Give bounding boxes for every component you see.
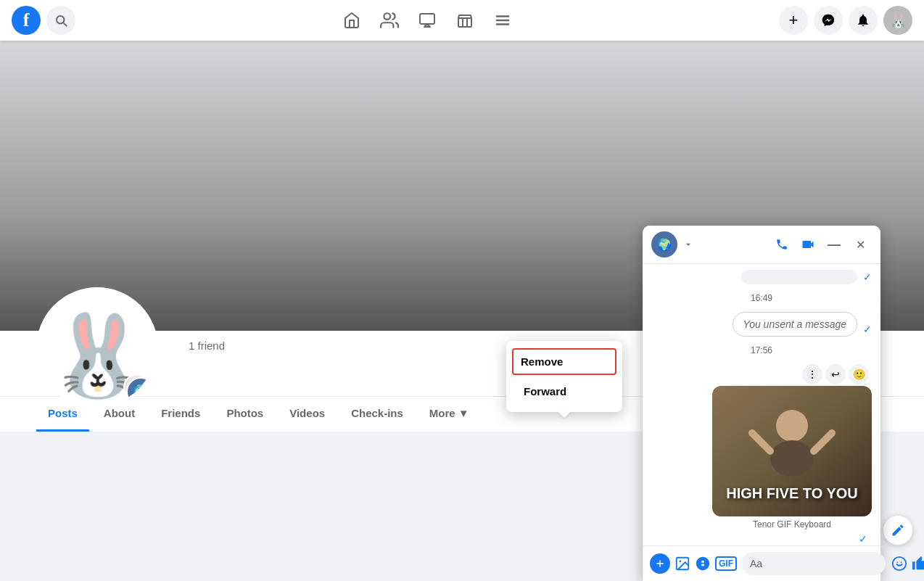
- tab-videos[interactable]: Videos: [278, 397, 337, 432]
- messenger-button[interactable]: [814, 6, 843, 35]
- close-icon: ✕: [856, 238, 865, 252]
- forward-menu-item[interactable]: Forward: [512, 378, 616, 405]
- notifications-button[interactable]: [849, 6, 878, 35]
- svg-point-2: [384, 13, 390, 20]
- chat-header-actions: — ✕: [770, 233, 872, 256]
- remove-menu-item[interactable]: Remove: [512, 348, 616, 375]
- timestamp-2: 17:56: [651, 345, 872, 355]
- svg-point-15: [679, 560, 681, 562]
- svg-point-11: [770, 440, 814, 477]
- friends-nav-button[interactable]: [372, 3, 407, 38]
- gif-label: Tenor GIF Keyboard: [712, 516, 872, 532]
- context-menu: Remove Forward: [506, 341, 622, 412]
- unsent-message-wrap: You unsent a message ✓: [651, 312, 872, 337]
- gif-image: HIGH FIVE TO YOU: [712, 386, 872, 516]
- friend-avatar[interactable]: 🌍: [126, 377, 155, 406]
- minimize-icon: —: [828, 237, 841, 252]
- image-button[interactable]: [675, 552, 690, 575]
- compose-icon: [891, 523, 905, 537]
- gif-label-btn: GIF: [715, 556, 737, 571]
- message-bubble: [741, 270, 857, 284]
- top-navigation: f: [0, 0, 924, 41]
- svg-point-18: [901, 561, 902, 563]
- nav-right: + 🐰: [779, 6, 912, 35]
- unsent-message: You unsent a message: [733, 312, 857, 337]
- tab-checkins[interactable]: Check-ins: [339, 397, 415, 432]
- gif-button[interactable]: GIF: [715, 552, 737, 575]
- chat-video-button[interactable]: [796, 233, 820, 256]
- sticker-button[interactable]: [695, 552, 711, 575]
- like-button[interactable]: [912, 552, 924, 575]
- chat-popup: 🌍 — ✕: [643, 226, 880, 581]
- add-icon: [650, 553, 670, 574]
- gif-message: HIGH FIVE TO YOU Tenor GIF Keyboard ✓: [712, 386, 872, 545]
- unsent-check: ✓: [863, 324, 872, 335]
- friend-count: 1 friend: [189, 339, 225, 352]
- marketplace-nav-button[interactable]: [447, 3, 482, 38]
- chat-minimize-button[interactable]: —: [822, 233, 846, 256]
- chat-header: 🌍 — ✕: [643, 226, 880, 264]
- reply-button[interactable]: ↩: [825, 364, 846, 384]
- timestamp-1: 16:49: [651, 293, 872, 303]
- chat-contact-avatar[interactable]: 🌍: [651, 231, 677, 257]
- new-message-button[interactable]: [883, 516, 912, 545]
- chat-messages[interactable]: ✓ 16:49 You unsent a message ✓ 17:56 ⋮ ↩…: [643, 264, 880, 545]
- message-actions: ⋮ ↩ 🙂: [802, 364, 869, 384]
- add-button[interactable]: +: [779, 6, 808, 35]
- svg-point-17: [896, 561, 898, 563]
- chat-header-left: 🌍: [651, 231, 693, 257]
- menu-nav-button[interactable]: [485, 3, 520, 38]
- home-nav-button[interactable]: [334, 3, 369, 38]
- svg-point-10: [776, 410, 808, 442]
- svg-rect-5: [458, 18, 471, 27]
- react-button[interactable]: 🙂: [849, 364, 869, 384]
- user-avatar[interactable]: 🐰: [883, 6, 912, 35]
- emoji-button[interactable]: [891, 552, 907, 575]
- tab-photos[interactable]: Photos: [215, 397, 275, 432]
- nav-left: f: [12, 6, 75, 35]
- add-attachment-button[interactable]: [650, 552, 670, 575]
- chat-input-row: GIF: [643, 545, 880, 581]
- more-actions-button[interactable]: ⋮: [802, 364, 822, 384]
- message-check: ✓: [863, 271, 872, 283]
- gif-message-section: ⋮ ↩ 🙂: [651, 364, 872, 545]
- facebook-logo[interactable]: f: [12, 6, 41, 35]
- chat-close-button[interactable]: ✕: [849, 233, 872, 256]
- profile-avatar[interactable]: 🐰 📷 🌍: [36, 287, 158, 409]
- tab-friends[interactable]: Friends: [149, 397, 212, 432]
- gif-check: ✓: [859, 533, 867, 545]
- svg-line-1: [63, 22, 66, 25]
- chat-text-input[interactable]: [741, 552, 886, 575]
- svg-point-16: [893, 557, 906, 570]
- gif-text: HIGH FIVE TO YOU: [726, 485, 858, 502]
- watch-nav-button[interactable]: [410, 3, 445, 38]
- fb-logo-letter: f: [23, 9, 30, 31]
- chat-phone-button[interactable]: [770, 233, 793, 256]
- context-menu-arrow: [558, 412, 570, 418]
- svg-rect-3: [420, 14, 434, 24]
- chat-chevron-icon[interactable]: [683, 239, 693, 250]
- search-button[interactable]: [46, 6, 75, 35]
- tab-more[interactable]: More ▼: [418, 397, 481, 432]
- nav-center: [334, 3, 520, 38]
